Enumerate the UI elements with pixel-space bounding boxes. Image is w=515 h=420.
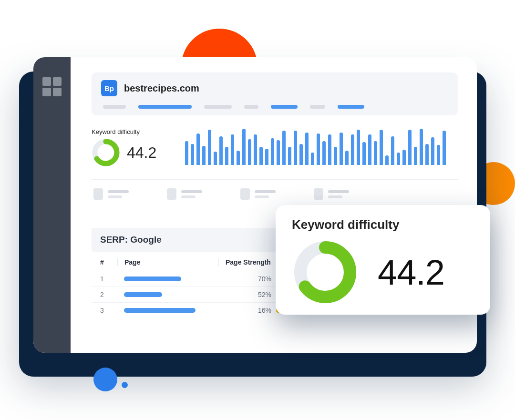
nav-tabs [101, 105, 448, 109]
trend-bar [208, 130, 211, 165]
brand-badge: Bp [101, 80, 117, 96]
trend-bar [317, 133, 320, 165]
row-number: 3 [100, 307, 117, 314]
trend-bar [248, 139, 251, 165]
trend-bar [402, 150, 406, 165]
trend-bar [231, 134, 234, 165]
trend-bar [214, 152, 217, 165]
trend-bar [368, 134, 371, 165]
nav-tab[interactable] [244, 105, 258, 109]
page-bar [124, 277, 181, 281]
trend-bar [431, 137, 434, 165]
page-strength-value: 52% [258, 291, 271, 298]
section-tab[interactable] [93, 188, 129, 200]
trend-bar [437, 145, 440, 165]
page-cell [117, 277, 218, 281]
kd-value: 44.2 [127, 144, 156, 162]
trend-bars [185, 128, 458, 165]
row-number: 2 [100, 291, 117, 298]
trend-bar [202, 146, 206, 165]
trend-bar [334, 147, 337, 165]
page-cell [117, 292, 218, 297]
trend-bar [277, 140, 280, 165]
keyword-difficulty-card: Keyword difficulty 44.2 [276, 205, 490, 315]
decorative-circle-blue [93, 368, 117, 391]
domain-name: bestrecipes.com [124, 83, 199, 94]
trend-bar [420, 129, 423, 165]
section-tab[interactable] [314, 188, 349, 200]
nav-tab[interactable] [103, 105, 126, 109]
section-tab[interactable] [167, 188, 202, 200]
tab-page-icon [240, 188, 250, 200]
trend-bar [282, 131, 286, 165]
tab-page-icon [93, 188, 103, 200]
trend-bar [374, 141, 377, 165]
section-tab[interactable] [240, 188, 276, 200]
kd-ring-icon [92, 138, 120, 167]
trend-bar [191, 144, 194, 165]
domain-header-card: Bp bestrecipes.com [92, 72, 458, 115]
trend-bar [288, 147, 291, 165]
trend-bar [380, 130, 383, 165]
trend-bar [242, 129, 246, 165]
page-bar [124, 292, 162, 297]
kd-label: Keyword difficulty [92, 128, 140, 135]
nav-tab-active[interactable] [138, 105, 192, 109]
trend-bar [237, 151, 240, 165]
trend-bar [294, 131, 297, 165]
trend-bar [385, 155, 389, 165]
col-page-header[interactable]: Page [117, 258, 218, 266]
trend-bar [259, 147, 263, 165]
trend-bar [328, 134, 331, 165]
trend-bar [391, 136, 394, 165]
row-number: 1 [100, 275, 117, 283]
decorative-dot-blue [122, 382, 128, 388]
trend-bar [340, 133, 343, 165]
trend-bar [362, 142, 366, 165]
kd-ring-large-icon [292, 239, 359, 306]
kd-card-value: 44.2 [378, 252, 444, 293]
trend-bar [397, 153, 400, 165]
nav-tab-active[interactable] [338, 105, 364, 109]
tab-page-icon [314, 188, 323, 200]
page-bar [124, 308, 196, 313]
trend-bar [254, 134, 257, 165]
page-strength-value: 16% [258, 307, 271, 314]
trend-bar [357, 130, 360, 165]
kd-card-title: Keyword difficulty [292, 217, 474, 232]
keyword-difficulty-small: Keyword difficulty 44.2 [92, 128, 156, 167]
col-num-header: # [100, 258, 117, 266]
trend-bar [322, 141, 326, 165]
trend-bar [311, 153, 314, 165]
trend-bar [196, 133, 200, 165]
trend-bar [345, 151, 349, 165]
trend-bar [271, 138, 274, 165]
trend-bar [351, 134, 354, 165]
nav-tab[interactable] [310, 105, 325, 109]
tab-page-icon [167, 188, 176, 200]
trend-bar [219, 136, 223, 165]
trend-bar [408, 130, 412, 165]
trend-bar [185, 141, 188, 165]
dashboard-icon[interactable] [42, 77, 62, 353]
trend-bar [414, 147, 417, 165]
trend-bar [443, 131, 446, 165]
section-tabs [92, 180, 458, 208]
nav-tab[interactable] [204, 105, 232, 109]
sidebar [33, 57, 71, 353]
nav-tab-active[interactable] [271, 105, 298, 109]
trend-bar [299, 144, 303, 165]
trend-bar [305, 133, 309, 165]
trend-bar [265, 149, 268, 165]
trend-bar [425, 144, 429, 165]
trend-bar [225, 147, 228, 165]
page-cell [117, 308, 218, 313]
page-strength-value: 70% [258, 275, 271, 283]
